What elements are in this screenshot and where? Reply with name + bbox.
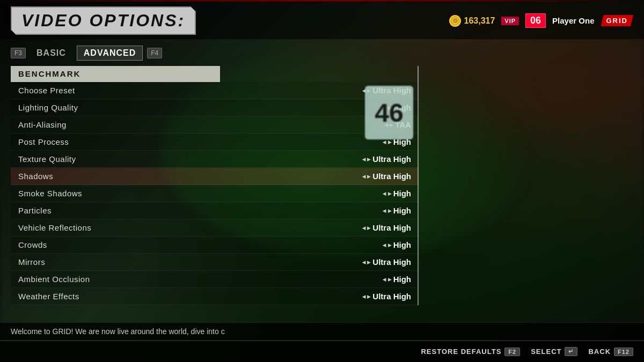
option-value: ◂ ▸ Ultra High [362, 257, 411, 267]
option-label: Shadows [18, 172, 53, 181]
option-row[interactable]: Weather Effects ◂ ▸ Ultra High [11, 288, 419, 305]
option-row[interactable]: Vehicle Reflections ◂ ▸ Ultra High [11, 219, 419, 237]
option-value: ◂ ▸ Ultra High [362, 223, 411, 232]
option-row[interactable]: Particles ◂ ▸ High [11, 202, 419, 219]
arrow-left-icon[interactable]: ◂ ▸ [362, 258, 370, 266]
page-title: VIDEO OPTIONS: [21, 11, 185, 30]
bottom-action-back[interactable]: BACK F12 [588, 348, 633, 356]
option-value: ◂ ▸ High [383, 275, 411, 284]
car-number-display: 46 [365, 86, 413, 139]
arrow-left-icon[interactable]: ◂ ▸ [383, 207, 391, 215]
arrow-left-icon[interactable]: ◂ ▸ [383, 241, 391, 249]
option-label: Particles [18, 206, 52, 215]
option-row[interactable]: Post Process ◂ ▸ High [11, 134, 419, 151]
divider-line [418, 66, 419, 305]
option-row[interactable]: Smoke Shadows ◂ ▸ High [11, 185, 419, 202]
bottom-bar: RESTORE DEFAULTS F2 SELECT ↵ BACK F12 [0, 341, 644, 362]
option-value: ◂ ▸ Ultra High [362, 154, 411, 164]
option-current-value: High [393, 206, 411, 215]
options-list: Choose Preset ◂ ▸ Ultra High Lighting Qu… [11, 82, 419, 305]
option-current-value: High [393, 189, 411, 198]
key-badge: ↵ [565, 347, 577, 356]
option-label: Post Process [18, 137, 69, 146]
option-row[interactable]: Choose Preset ◂ ▸ Ultra High [11, 82, 419, 99]
arrow-left-icon[interactable]: ◂ ▸ [362, 156, 370, 163]
coin-icon: ⊙ [449, 15, 461, 27]
option-row[interactable]: Lighting Quality ◂ ▸ High [11, 99, 419, 116]
option-label: Mirrors [18, 257, 45, 267]
key-badge: F12 [614, 348, 633, 356]
bottom-action-label: RESTORE DEFAULTS [421, 348, 501, 356]
option-value: ◂ ▸ High [383, 189, 411, 198]
bottom-action-restore-defaults[interactable]: RESTORE DEFAULTS F2 [421, 348, 520, 356]
benchmark-row[interactable]: BENCHMARK [11, 66, 220, 82]
option-row[interactable]: Mirrors ◂ ▸ Ultra High [11, 254, 419, 271]
tabs-area: F3 BASIC ADVANCED F4 [0, 39, 644, 61]
option-label: Lighting Quality [18, 103, 78, 112]
option-label: Anti-Aliasing [18, 120, 67, 129]
benchmark-label: BENCHMARK [18, 69, 80, 78]
header: VIDEO OPTIONS: ⊙ 163,317 VIP 06 Player O… [0, 0, 644, 39]
arrow-left-icon[interactable]: ◂ ▸ [362, 293, 370, 300]
player-name: Player One [552, 16, 594, 25]
option-current-value: High [393, 240, 411, 249]
option-current-value: Ultra High [372, 292, 411, 301]
option-label: Smoke Shadows [18, 189, 82, 198]
tab-key-f3: F3 [11, 48, 26, 58]
option-value: ◂ ▸ Ultra High [362, 172, 411, 181]
main-content: VIDEO OPTIONS: ⊙ 163,317 VIP 06 Player O… [0, 0, 644, 362]
option-value: ◂ ▸ High [383, 206, 411, 215]
option-current-value: Ultra High [372, 257, 411, 267]
grid-logo: GRID [601, 15, 634, 26]
option-label: Choose Preset [18, 86, 75, 95]
bottom-action-label: SELECT [531, 348, 561, 356]
option-value: ◂ ▸ Ultra High [362, 292, 411, 301]
header-right: ⊙ 163,317 VIP 06 Player One GRID [449, 13, 634, 28]
currency-display: ⊙ 163,317 [449, 15, 495, 27]
tab-basic[interactable]: BASIC [30, 46, 72, 60]
option-row[interactable]: Texture Quality ◂ ▸ Ultra High [11, 151, 419, 168]
option-current-value: High [393, 275, 411, 284]
option-value: ◂ ▸ High [383, 240, 411, 249]
vip-badge: VIP [501, 17, 519, 25]
tab-advanced[interactable]: ADVANCED [77, 46, 143, 61]
arrow-left-icon[interactable]: ◂ ▸ [383, 190, 391, 197]
option-current-value: Ultra High [372, 154, 411, 164]
arrow-left-icon[interactable]: ◂ ▸ [383, 276, 391, 283]
option-row[interactable]: Shadows ◂ ▸ Ultra High [11, 168, 419, 185]
option-label: Texture Quality [18, 154, 76, 164]
option-label: Vehicle Reflections [18, 223, 91, 232]
option-current-value: Ultra High [372, 223, 411, 232]
arrow-left-icon[interactable]: ◂ ▸ [362, 224, 370, 232]
news-ticker: Welcome to GRID! We are now live around … [0, 322, 644, 341]
options-panel: BENCHMARK Choose Preset ◂ ▸ Ultra High L… [11, 66, 419, 305]
title-box: VIDEO OPTIONS: [11, 6, 196, 35]
currency-amount: 163,317 [464, 16, 495, 26]
ticker-text: Welcome to GRID! We are now live around … [11, 327, 225, 336]
arrow-left-icon[interactable]: ◂ ▸ [362, 173, 370, 180]
level-badge: 06 [525, 13, 546, 28]
option-label: Crowds [18, 240, 47, 249]
bottom-action-select[interactable]: SELECT ↵ [531, 347, 577, 356]
option-current-value: Ultra High [372, 172, 411, 181]
option-row[interactable]: Ambient Occlusion ◂ ▸ High [11, 271, 419, 288]
option-row[interactable]: Anti-Aliasing ◂ ▸ TAA [11, 116, 419, 134]
option-label: Ambient Occlusion [18, 275, 90, 284]
option-label: Weather Effects [18, 292, 79, 301]
bottom-action-label: BACK [588, 348, 611, 356]
key-badge: F2 [504, 348, 520, 356]
tab-key-f4: F4 [147, 48, 162, 58]
option-row[interactable]: Crowds ◂ ▸ High [11, 237, 419, 254]
